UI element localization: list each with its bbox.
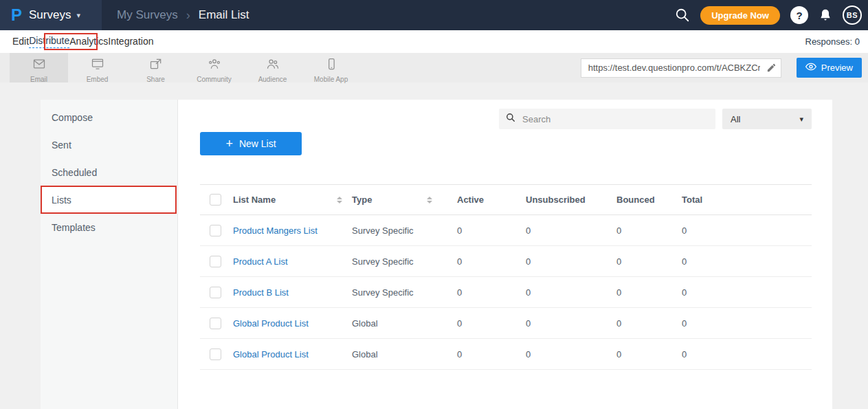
list-table-body: Product Mangers List Survey Specific 0 0… — [200, 215, 812, 370]
toolbar-item-share[interactable]: Share — [126, 53, 185, 82]
list-type: Global — [352, 339, 457, 370]
edit-url-pencil-icon[interactable] — [766, 63, 777, 76]
list-type: Survey Specific — [352, 277, 457, 308]
select-all-checkbox[interactable] — [210, 194, 221, 206]
row-checkbox[interactable] — [210, 349, 221, 360]
lists-table: List Name Type Active Unsubscribed Bounc… — [200, 184, 812, 370]
upgrade-now-button[interactable]: Upgrade Now — [700, 6, 780, 25]
breadcrumb-my-surveys[interactable]: My Surveys — [117, 8, 178, 22]
bounced-count: 0 — [616, 246, 682, 277]
unsubscribed-count: 0 — [526, 277, 616, 308]
list-name-link[interactable]: Global Product List — [233, 318, 309, 329]
toolbar-item-embed[interactable]: Embed — [68, 53, 126, 82]
bounced-count: 0 — [616, 215, 682, 246]
main-area: Compose Sent Scheduled Lists Templates A… — [0, 82, 868, 409]
list-name-link[interactable]: Product B List — [233, 287, 289, 298]
bounced-count: 0 — [616, 339, 682, 370]
tab-edit[interactable]: Edit — [12, 36, 29, 48]
responses-count: Responses: 0 — [805, 36, 868, 47]
list-filter-dropdown[interactable]: All ▾ — [722, 109, 812, 129]
sort-icon[interactable] — [337, 197, 342, 203]
list-controls: All ▾ — [200, 109, 812, 129]
mobile-app-icon — [324, 57, 338, 74]
table-row: Global Product List Global 0 0 0 0 — [200, 308, 812, 339]
col-header-total: Total — [682, 185, 812, 215]
page: P Surveys ▾ My Surveys › Email List Upgr… — [0, 0, 868, 409]
distribute-toolbar: Email Embed Share Community Audience Mob… — [0, 53, 868, 82]
active-count: 0 — [457, 339, 526, 370]
toolbar-item-community[interactable]: Community — [185, 53, 243, 82]
active-count: 0 — [457, 277, 526, 308]
col-header-active: Active — [457, 185, 526, 215]
email-sidebar: Compose Sent Scheduled Lists Templates — [41, 100, 178, 409]
col-header-type: Type — [352, 195, 372, 205]
list-type: Survey Specific — [352, 246, 457, 277]
toolbar-item-audience[interactable]: Audience — [243, 53, 302, 82]
survey-nav-tabs: Edit Distribute Analytics Integration Re… — [0, 30, 868, 53]
list-name-link[interactable]: Global Product List — [233, 349, 309, 360]
community-icon — [208, 57, 221, 74]
notifications-bell-icon[interactable] — [819, 8, 832, 22]
sidebar-item-scheduled[interactable]: Scheduled — [41, 159, 177, 186]
sidebar-item-lists[interactable]: Lists — [41, 186, 177, 214]
col-header-list-name: List Name — [233, 195, 276, 205]
table-row: Product B List Survey Specific 0 0 0 0 — [200, 277, 812, 308]
sidebar-item-compose[interactable]: Compose — [41, 104, 177, 131]
total-count: 0 — [682, 246, 812, 277]
tab-distribute[interactable]: Distribute — [29, 35, 69, 48]
share-icon — [149, 57, 163, 74]
breadcrumb: My Surveys › Email List — [117, 8, 249, 23]
toolbar-right: Preview — [581, 53, 868, 82]
bounced-count: 0 — [616, 277, 682, 308]
survey-url-field — [581, 58, 781, 78]
col-header-bounced: Bounced — [616, 185, 682, 215]
row-checkbox[interactable] — [210, 287, 221, 298]
product-switcher[interactable]: P Surveys ▾ — [0, 0, 102, 30]
avatar[interactable]: BS — [843, 5, 862, 25]
tab-integration[interactable]: Integration — [108, 36, 153, 48]
lists-content: All ▾ + New List — [178, 100, 832, 409]
row-checkbox[interactable] — [210, 318, 221, 329]
questionpro-logo-icon: P — [11, 7, 22, 23]
sidebar-item-templates[interactable]: Templates — [41, 214, 177, 241]
new-list-button[interactable]: + New List — [200, 132, 302, 155]
preview-button[interactable]: Preview — [797, 58, 862, 78]
total-count: 0 — [682, 277, 812, 308]
product-name: Surveys — [29, 8, 71, 22]
distribute-channels: Email Embed Share Community Audience Mob… — [10, 53, 360, 82]
help-icon: ? — [796, 10, 802, 21]
unsubscribed-count: 0 — [526, 246, 616, 277]
search-icon — [506, 113, 515, 125]
list-search-input[interactable] — [521, 113, 709, 125]
breadcrumb-email-list: Email List — [199, 8, 249, 22]
survey-url-input[interactable] — [581, 58, 781, 78]
row-checkbox[interactable] — [210, 225, 221, 236]
list-search-box — [499, 109, 715, 129]
list-type: Global — [352, 308, 457, 339]
toolbar-item-email[interactable]: Email — [10, 53, 68, 82]
toolbar-item-mobile-app[interactable]: Mobile App — [302, 53, 360, 82]
bounced-count: 0 — [616, 308, 682, 339]
breadcrumb-separator: › — [186, 8, 190, 23]
search-icon[interactable] — [675, 8, 690, 23]
topbar-actions: Upgrade Now ? BS — [675, 5, 868, 25]
unsubscribed-count: 0 — [526, 339, 616, 370]
table-row: Product Mangers List Survey Specific 0 0… — [200, 215, 812, 246]
unsubscribed-count: 0 — [526, 308, 616, 339]
sidebar-item-sent[interactable]: Sent — [41, 131, 177, 159]
topbar: P Surveys ▾ My Surveys › Email List Upgr… — [0, 0, 868, 30]
eye-icon — [805, 61, 816, 74]
sort-icon[interactable] — [427, 197, 432, 203]
unsubscribed-count: 0 — [526, 215, 616, 246]
table-row: Global Product List Global 0 0 0 0 — [200, 339, 812, 370]
help-button[interactable]: ? — [790, 6, 808, 24]
total-count: 0 — [682, 215, 812, 246]
row-checkbox[interactable] — [210, 256, 221, 267]
table-row: Product A List Survey Specific 0 0 0 0 — [200, 246, 812, 277]
active-count: 0 — [457, 246, 526, 277]
list-name-link[interactable]: Product A List — [233, 256, 288, 267]
plus-icon: + — [225, 137, 233, 150]
list-name-link[interactable]: Product Mangers List — [233, 225, 318, 236]
tab-analytics[interactable]: Analytics — [69, 36, 108, 48]
total-count: 0 — [682, 308, 812, 339]
